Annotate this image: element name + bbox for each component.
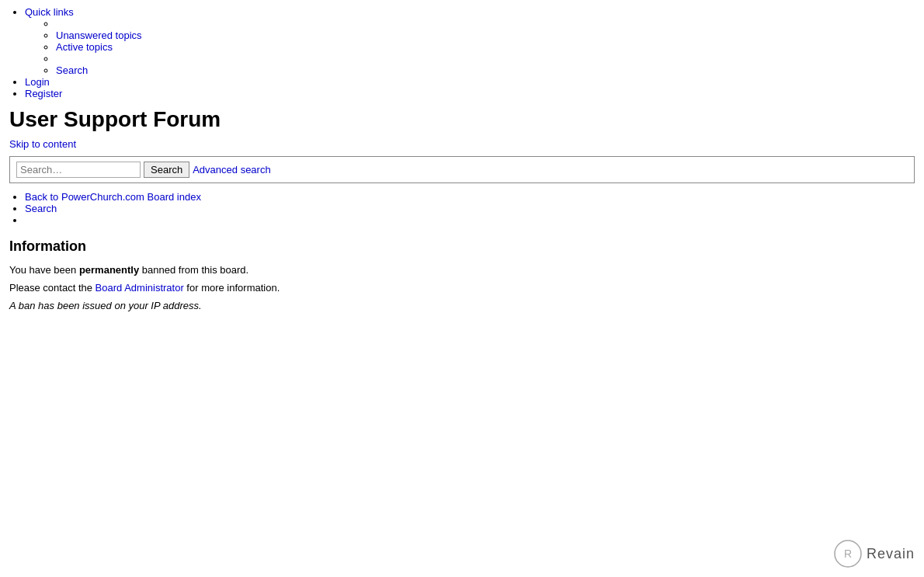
search-breadcrumb-link[interactable]: Search [25,203,57,214]
breadcrumb: Back to PowerChurch.com Board index Sear… [9,191,915,226]
ban-message: You have been permanently banned from th… [9,264,915,276]
skip-to-content-link[interactable]: Skip to content [9,138,915,150]
advanced-search-link[interactable]: Advanced search [193,164,270,176]
back-to-powerchurch-link[interactable]: Back to PowerChurch.com [25,191,144,203]
contact-message: Please contact the Board Administrator f… [9,282,915,294]
search-bar: Search Advanced search [9,156,915,183]
register-link[interactable]: Register [25,88,62,99]
quicklinks-search-link[interactable]: Search [56,64,88,76]
ban-message-end: banned from this board. [139,264,248,276]
board-administrator-link[interactable]: Board Administrator [96,282,184,294]
info-section: Information You have been permanently ba… [9,238,915,311]
top-navigation: Quick links Unanswered topics Active top… [9,6,915,99]
site-title: User Support Forum [9,107,915,132]
board-index-link[interactable]: Board index [148,191,201,203]
ban-message-bold: permanently [79,264,139,276]
login-link[interactable]: Login [25,76,50,88]
ip-ban-notice: A ban has been issued on your IP address… [9,300,915,311]
contact-start: Please contact the [9,282,96,294]
search-button[interactable]: Search [144,162,189,178]
active-topics-link[interactable]: Active topics [56,41,113,53]
quick-links-link[interactable]: Quick links [25,6,74,18]
ban-message-start: You have been [9,264,79,276]
contact-end: for more information. [184,282,280,294]
search-input[interactable] [16,162,141,178]
unanswered-topics-link[interactable]: Unanswered topics [56,30,142,41]
section-title: Information [9,238,915,255]
